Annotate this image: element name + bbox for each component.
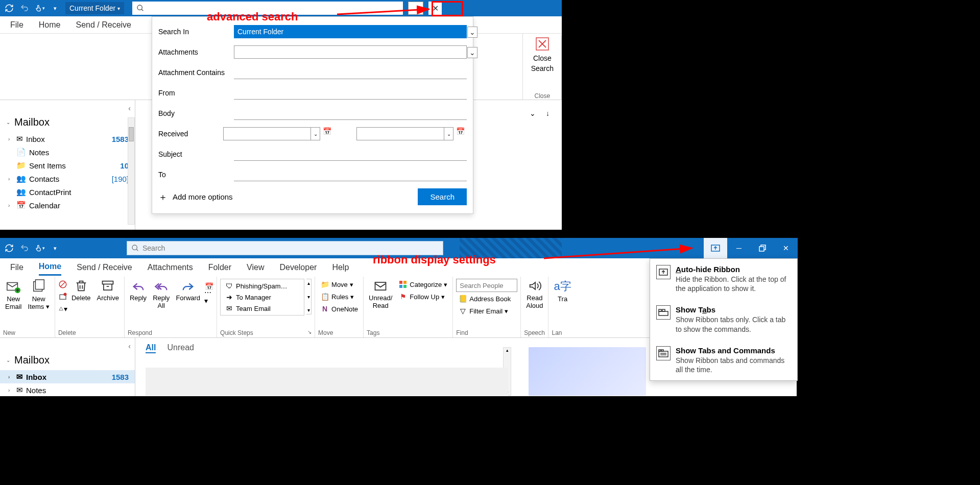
unread-read-button[interactable]: Unread/ Read [367, 279, 394, 309]
menu-view[interactable]: View [247, 260, 264, 275]
onenote-button[interactable]: NOneNote [318, 303, 360, 314]
calendar-icon[interactable]: 📅 [453, 127, 467, 140]
adv-subject-input[interactable] [234, 148, 467, 161]
adv-to-input[interactable] [234, 168, 467, 181]
minimize-button[interactable]: ─ [727, 238, 751, 258]
autohide-ribbon-option[interactable]: AAuto-hide Ribbonuto-hide Ribbon Hide th… [650, 259, 797, 299]
sync-icon[interactable] [4, 3, 14, 13]
menu-folder[interactable]: Folder [208, 260, 231, 275]
quickstep-down[interactable]: ▾ [307, 294, 310, 300]
reply-button[interactable]: Reply [128, 279, 149, 302]
customize-qat-icon[interactable]: ▾ [50, 243, 60, 253]
adv-search-in-select[interactable]: Current Folder ⌄ [234, 25, 467, 38]
archive-button[interactable]: Archive [95, 279, 121, 302]
scroll-up[interactable]: ▴ [504, 348, 511, 353]
followup-button[interactable]: ⚑Follow Up ▾ [396, 291, 449, 302]
customize-qat-icon[interactable]: ▾ [50, 3, 60, 13]
address-book-button[interactable]: 📒Address Book [456, 293, 517, 304]
quickstep-phishing[interactable]: 🛡Phishing/Spam… [223, 280, 302, 292]
translate-button[interactable]: a字 Tra [552, 279, 573, 303]
close-window-button[interactable]: ✕ [774, 238, 798, 258]
reply-all-button[interactable]: Reply All [151, 279, 172, 309]
adv-body-input[interactable] [234, 107, 467, 120]
menu-home[interactable]: Home [39, 259, 61, 276]
quickstep-expand[interactable]: ▾ [307, 307, 310, 313]
chevron-down-icon[interactable]: ⌄ [444, 128, 453, 140]
sidebar-collapse-button[interactable]: ‹ [0, 342, 135, 350]
folder-row-sent-items[interactable]: 📁Sent Items10 [0, 159, 135, 172]
quickstep-team[interactable]: ✉Team Email [223, 303, 302, 314]
folder-count: [190] [112, 175, 129, 183]
show-tabs-commands-option[interactable]: Show Tabs and Commands Show Ribbon tabs … [650, 340, 797, 380]
sidebar-mailbox-header-2[interactable]: ⌄ Mailbox [0, 350, 135, 370]
menu-developer[interactable]: Developer [279, 260, 317, 275]
folder-row-notes[interactable]: 📄Notes [0, 146, 135, 159]
new-email-button[interactable]: + New Email [3, 279, 24, 310]
calendar-icon[interactable]: 📅 [320, 127, 333, 140]
ribbon-display-options-button[interactable] [704, 238, 727, 258]
folder-row-inbox[interactable]: ›✉Inbox1583 [0, 132, 135, 146]
filter-unread[interactable]: Unread [167, 343, 194, 353]
sidebar-scrollbar[interactable] [128, 117, 135, 225]
quickstep-team-label: Team Email [236, 305, 271, 312]
adv-search-button[interactable]: Search [418, 188, 467, 205]
quickstep-up[interactable]: ▴ [307, 280, 310, 286]
scrollbar-thumb[interactable] [129, 127, 134, 141]
forward-button[interactable]: Forward [174, 279, 202, 302]
sort-direction[interactable]: ↓ [546, 109, 549, 117]
folder-row-contacts[interactable]: ›👥Contacts[190] [0, 172, 135, 185]
folder-row-inbox[interactable]: ›✉Inbox1583 [0, 370, 135, 383]
quicksteps-dialog-launcher[interactable]: ↘ [307, 329, 312, 336]
folder-row-contactprint[interactable]: 👥ContactPrint [0, 185, 135, 199]
categorize-button[interactable]: Categorize ▾ [396, 279, 449, 290]
svg-point-0 [137, 5, 142, 10]
search-scope-dropdown[interactable]: Current Folder ▾ [65, 2, 124, 14]
menu-send-receive[interactable]: Send / Receive [76, 20, 131, 30]
chevron-down-icon[interactable]: ⌄ [467, 27, 477, 38]
menu-help[interactable]: Help [332, 260, 349, 275]
new-items-button[interactable]: New Items ▾ [26, 279, 52, 310]
show-tabs-option[interactable]: Show Tabs Show Ribbon tabs only. Click a… [650, 299, 797, 340]
move-button[interactable]: 📁Move ▾ [318, 279, 360, 290]
chevron-down-icon[interactable]: ⌄ [310, 128, 320, 140]
adv-received-from-date[interactable]: ⌄ [223, 127, 320, 140]
global-search-input[interactable]: Search [127, 241, 443, 255]
chevron-down-icon[interactable]: ⌄ [467, 47, 477, 58]
menu-home[interactable]: Home [39, 20, 61, 30]
delete-button[interactable]: Delete [69, 279, 93, 302]
sort-dropdown[interactable]: ⌄ [530, 109, 536, 117]
close-search-button-ribbon[interactable]: Close Search [528, 34, 557, 75]
undo-icon[interactable] [19, 3, 30, 13]
menu-attachments[interactable]: Attachments [148, 260, 193, 275]
ignore-icon[interactable] [58, 280, 67, 289]
junk-icon[interactable] [58, 292, 67, 301]
adv-from-input[interactable] [234, 86, 467, 100]
touch-mode-icon[interactable]: ▾ [35, 243, 45, 253]
search-input-box[interactable] [132, 2, 403, 15]
quickstep-manager[interactable]: ➜To Manager [223, 292, 302, 303]
folder-row-calendar[interactable]: ›📅Calendar [0, 199, 135, 212]
advanced-search-toggle[interactable]: ⌃ [408, 2, 423, 15]
filter-all[interactable]: All [146, 343, 156, 353]
sync-icon[interactable] [4, 243, 14, 253]
sidebar-mailbox-header[interactable]: ⌄ Mailbox [0, 112, 135, 132]
adv-add-more-button[interactable]: ＋ Add more options [158, 191, 233, 203]
rules-button[interactable]: 📋Rules ▾ [318, 291, 360, 302]
filter-email-button[interactable]: ▽Filter Email ▾ [456, 305, 517, 317]
undo-icon[interactable] [19, 243, 30, 253]
adv-attachments-select[interactable]: ⌄ [234, 45, 467, 59]
menu-send-receive[interactable]: Send / Receive [77, 260, 132, 275]
address-book-icon: 📒 [458, 294, 467, 303]
menu-file[interactable]: File [10, 260, 23, 275]
search-people-input[interactable] [456, 279, 517, 292]
more-respond-icon[interactable]: ⋯▾ [204, 292, 213, 301]
touch-mode-icon[interactable]: ▾ [35, 3, 45, 13]
adv-att-contains-input[interactable] [234, 66, 467, 79]
maximize-button[interactable] [751, 238, 774, 258]
sidebar-collapse-button[interactable]: ‹ [0, 104, 135, 112]
folder-row-notes[interactable]: ›✉Notes [0, 383, 135, 397]
read-aloud-button[interactable]: Read Aloud [524, 279, 545, 309]
cleanup-icon[interactable]: ▾ [58, 304, 67, 313]
menu-file[interactable]: File [10, 20, 23, 30]
adv-received-to-date[interactable]: ⌄ [356, 127, 453, 140]
